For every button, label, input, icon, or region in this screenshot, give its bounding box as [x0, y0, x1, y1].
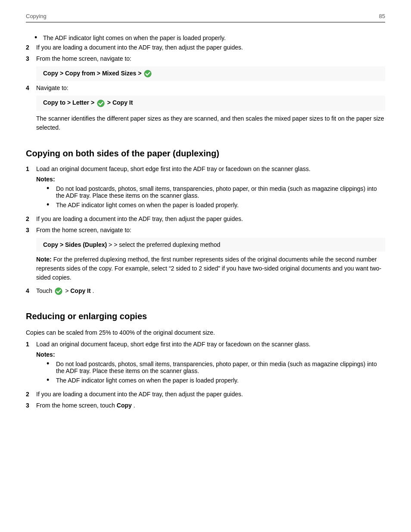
s1-step-3-content: From the home screen, navigate to: — [36, 227, 385, 233]
s1-step-2-num: 2 — [26, 215, 36, 222]
code-copy-label: Copy — [43, 70, 58, 77]
code-separator-b2: > — [91, 99, 96, 106]
s1-step-3-num: 3 — [26, 227, 36, 233]
step-4-text: Navigate to: — [36, 84, 68, 91]
s1-step-1: 1 Load an original document faceup, shor… — [26, 165, 385, 211]
s2-bullet-2: • The ADF indicator light comes on when … — [47, 377, 385, 384]
s2-bullet-2-dot: • — [47, 376, 53, 384]
s2-step-1: 1 Load an original document faceup, shor… — [26, 341, 385, 386]
s1-bullet-2-text: The ADF indicator light comes on when th… — [56, 202, 239, 208]
header-page-number: 85 — [379, 13, 385, 19]
code-copy-from-label: Copy from — [65, 70, 95, 77]
s1-bullet-1: • Do not load postcards, photos, small i… — [47, 185, 385, 199]
s1-step-3-text: From the home screen, navigate to: — [36, 227, 131, 233]
s2-step-2: 2 If you are loading a document into the… — [26, 391, 385, 398]
svg-point-1 — [97, 100, 104, 106]
s1-notes-label: Notes: — [36, 176, 385, 183]
step-3-num: 3 — [26, 55, 36, 62]
s1-step-2: 2 If you are loading a document into the… — [26, 215, 385, 222]
s1-step-4-touch: Touch — [36, 287, 52, 294]
bullet-point: • — [34, 34, 41, 41]
s1-step-4-separator: > — [65, 287, 70, 294]
code-sides-label: Sides (Duplex) — [65, 241, 107, 248]
code-duplex-suffix: > select the preferred duplexing method — [114, 241, 220, 248]
step-2-num: 2 — [26, 44, 36, 51]
s1-step-3: 3 From the home screen, navigate to: — [26, 227, 385, 233]
step-3-content: From the home screen, navigate to: — [36, 55, 385, 62]
s1-bullet-2: • The ADF indicator light comes on when … — [47, 202, 385, 208]
code-separator-c1: > — [60, 241, 65, 248]
step-2: 2 If you are loading a document into the… — [26, 44, 385, 51]
s1-step-4-period: . — [93, 287, 94, 294]
s2-step-2-content: If you are loading a document into the A… — [36, 391, 385, 398]
code-separator-3: > — [138, 70, 143, 77]
s1-step-4-copy-it: Copy It — [70, 287, 90, 294]
s2-bullet-1-dot: • — [47, 360, 53, 367]
s1-note-text: For the preferred duplexing method, the … — [36, 256, 381, 281]
header-title: Copying — [26, 13, 47, 19]
s1-step-1-content: Load an original document faceup, short … — [36, 165, 385, 211]
code-separator-1: > — [60, 70, 65, 77]
code-letter-label: Letter — [72, 99, 89, 106]
code-separator-b1: > — [67, 99, 72, 106]
s1-step-2-content: If you are loading a document into the A… — [36, 215, 385, 222]
svg-point-2 — [55, 288, 62, 295]
section2-heading: Reducing or enlarging copies — [26, 307, 385, 321]
s1-note-label: Note: — [36, 256, 52, 263]
code-block-2: Copy to > Letter > > Copy It — [36, 96, 385, 110]
s2-bullet-1-text: Do not load postcards, photos, small ite… — [56, 361, 385, 374]
s2-step-3-num: 3 — [26, 402, 36, 409]
s1-step-4-num: 4 — [26, 287, 36, 294]
code-block-3: Copy > Sides (Duplex) > > select the pre… — [36, 238, 385, 252]
s2-step-3-text-bold: Copy — [117, 402, 132, 409]
s2-step-2-num: 2 — [26, 391, 36, 398]
s2-step-3: 3 From the home screen, touch Copy . — [26, 402, 385, 409]
s2-sub-bullets: • Do not load postcards, photos, small i… — [47, 361, 385, 384]
section1-heading: Copying on both sides of the paper (dupl… — [26, 144, 385, 159]
s1-step-1-num: 1 — [26, 165, 36, 172]
section2-intro: Copies can be scaled from 25% to 400% of… — [26, 328, 385, 337]
s1-bullet-2-dot: • — [47, 201, 53, 208]
s1-step-2-text: If you are loading a document into the A… — [36, 215, 243, 222]
s2-notes-label: Notes: — [36, 351, 385, 358]
intro-bullet-text: The ADF indicator light comes on when th… — [43, 34, 226, 41]
step-4-num: 4 — [26, 84, 36, 91]
s2-bullet-2-text: The ADF indicator light comes on when th… — [56, 377, 239, 384]
code-separator-c2: > — [109, 241, 114, 248]
code-copy-label-3: Copy — [43, 241, 58, 248]
page-header: Copying 85 — [26, 13, 385, 22]
s2-step-1-content: Load an original document faceup, short … — [36, 341, 385, 386]
checkmark-icon-3 — [55, 287, 62, 295]
code-separator-2: > — [97, 70, 102, 77]
code-separator-b3: > — [107, 99, 112, 106]
step-3-text: From the home screen, navigate to: — [36, 55, 131, 62]
s1-sub-bullets: • Do not load postcards, photos, small i… — [47, 185, 385, 208]
s1-bullet-1-text: Do not load postcards, photos, small ite… — [56, 185, 385, 199]
s1-note-block: Note: For the preferred duplexing method… — [36, 255, 385, 282]
step-4-content: Navigate to: — [36, 84, 385, 91]
code-block-1: Copy > Copy from > Mixed Sizes > — [36, 66, 385, 81]
checkmark-icon-2 — [97, 100, 105, 107]
s2-step-1-text: Load an original document faceup, short … — [36, 341, 311, 348]
s2-step-2-text: If you are loading a document into the A… — [36, 391, 243, 398]
code-copy-to-label: Copy to — [43, 99, 65, 106]
code-copy-it-label: Copy It — [112, 99, 133, 106]
s2-step-3-text-prefix: From the home screen, touch — [36, 402, 115, 409]
step-3: 3 From the home screen, navigate to: — [26, 55, 385, 62]
code-mixed-sizes-label: Mixed Sizes — [102, 70, 136, 77]
intro-bullet: • The ADF indicator light comes on when … — [26, 34, 385, 41]
s2-step-3-text-suffix: . — [134, 402, 135, 409]
step-4: 4 Navigate to: — [26, 84, 385, 91]
s1-step-4-content: Touch > Copy It . — [36, 287, 385, 295]
step-2-content: If you are loading a document into the A… — [36, 44, 385, 51]
checkmark-icon-1 — [144, 70, 152, 78]
scanner-description: The scanner identifies the different pap… — [36, 114, 385, 132]
svg-point-0 — [144, 70, 151, 77]
s2-step-1-num: 1 — [26, 341, 36, 348]
step-2-text: If you are loading a document into the A… — [36, 44, 243, 51]
s1-step-4: 4 Touch > Copy It . — [26, 287, 385, 295]
s1-bullet-1-dot: • — [47, 184, 53, 192]
s2-step-3-content: From the home screen, touch Copy . — [36, 402, 385, 409]
s1-step-1-text: Load an original document faceup, short … — [36, 165, 311, 172]
s2-bullet-1: • Do not load postcards, photos, small i… — [47, 361, 385, 374]
